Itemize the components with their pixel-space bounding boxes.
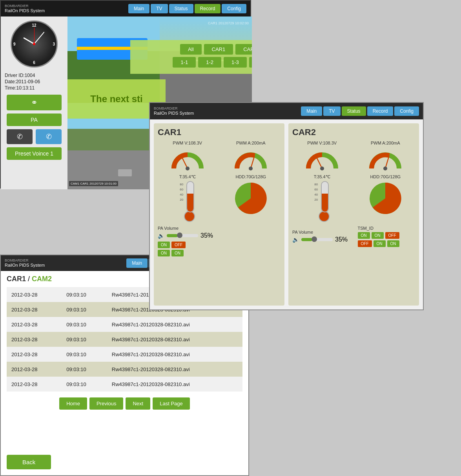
rec-time-7: 09:03:10 [62, 377, 107, 392]
car1-toggle-row-2: ON ON [158, 250, 281, 256]
car2-volume-bar[interactable] [301, 238, 333, 241]
car1-hdd: HDD:70G/128G [221, 174, 281, 222]
last-page-btn[interactable]: Last Page [153, 397, 190, 410]
rec-file-7: Rw43987c1-20120328-082310.avi [107, 377, 242, 392]
driver-id: Driver ID:1004 [5, 73, 64, 78]
phone-row: ✆ ✆ [7, 129, 62, 144]
car1-toggle-section: ON OFF ON ON [158, 242, 281, 256]
window-status: BOMBARDIER RailOn PIDS System Main TV St… [149, 102, 424, 310]
car2-hdd: HDD:70G/128G [356, 174, 415, 222]
cam-filter-row-2: 1-1 1-2 1-3 1-4 [134, 57, 252, 68]
car1-toggle-off-1[interactable]: OFF [171, 242, 186, 248]
tsm-id-label: TSM_ID [358, 226, 415, 231]
car2-gauge-row: PWM V:108.3V PWM A:200mA [292, 141, 415, 170]
rec-time-3: 09:03:10 [62, 317, 107, 332]
phone-btn-blue[interactable]: ✆ [36, 129, 62, 144]
preset-voice-btn[interactable]: Preset Voince 1 [7, 147, 62, 160]
car2-title: CAR2 [292, 127, 415, 137]
tsm-on-1[interactable]: ON [358, 232, 370, 239]
rec-file-4: Rw43987c1-20120328-082310.avi [107, 332, 242, 347]
header-bar-2: BOMBARDIER RailOn PIDS System Main TV St… [150, 103, 423, 119]
car2-thermo-bulb [319, 211, 330, 222]
table-row[interactable]: 2012-03-28 09:03:10 Rw43987c1-20120328-0… [7, 317, 242, 332]
brand-2: BOMBARDIER RailOn PIDS System [154, 106, 194, 116]
svg-point-1 [186, 167, 190, 170]
car2-volume-icon: 🔈 [292, 236, 299, 243]
car2-volume-fill [301, 238, 312, 241]
pa-volume-label: PA Volume [158, 226, 281, 231]
tsm-id-group: TSM_ID ON ON OFF OFF ON ON [358, 226, 415, 247]
nav3-main-btn[interactable]: Main [126, 258, 148, 268]
clock-face: 12 3 6 9 [12, 22, 56, 66]
cam-btn-14[interactable]: 1-4 [249, 57, 252, 68]
car1-gauge-row-2: T:35.4℃ 80604020 [158, 174, 281, 222]
cam-btn-13[interactable]: 1-3 [224, 57, 247, 68]
tsm-off-2[interactable]: OFF [358, 240, 372, 247]
table-row[interactable]: 2012-03-28 09:03:10 Rw43987c1-20120328-0… [7, 332, 242, 347]
car2-pa-volume-label: PA Volume [292, 230, 350, 234]
nav2-tv-btn[interactable]: TV [323, 106, 340, 116]
next-btn[interactable]: Next [126, 397, 150, 410]
home-btn[interactable]: Home [59, 397, 87, 410]
pa-btn[interactable]: PA [7, 114, 62, 126]
driver-date: Date:2011-09-06 [5, 79, 64, 84]
previous-btn[interactable]: Previous [89, 397, 124, 410]
car2-pa-group: PA Volume 🔈 35% [292, 230, 350, 243]
cam-btn-12[interactable]: 1-2 [198, 57, 221, 68]
nav2-main-btn[interactable]: Main [301, 106, 322, 116]
nav2-status-btn[interactable]: Status [342, 106, 366, 116]
cam-filter-row-1: All CAR1 CAR2 [134, 44, 252, 55]
nav2-record-btn[interactable]: Record [367, 106, 394, 116]
car1-toggle-on-2[interactable]: ON [158, 250, 170, 256]
brand: BOMBARDIER RailOn PIDS System [5, 4, 45, 13]
nav-record-btn[interactable]: Record [195, 4, 221, 13]
nav-status-btn[interactable]: Status [169, 4, 193, 13]
nav2-config-btn[interactable]: Config [394, 106, 419, 116]
car1-pwm-a: PWM A:200mA [221, 141, 281, 170]
volume-pct: 35% [200, 232, 213, 239]
svg-line-0 [182, 157, 188, 168]
pa-volume-group: PA Volume 🔈 35% [158, 226, 281, 239]
table-row[interactable]: 2012-03-28 09:03:10 Rw43987c1-20120328-0… [7, 347, 242, 362]
car1-panel: CAR1 PWM V:108.3V PWM A:200mA [154, 123, 284, 306]
filter-car1-btn[interactable]: CAR1 [204, 44, 233, 55]
thermo-tube [186, 181, 194, 212]
clock-num-9: 9 [13, 42, 16, 46]
table-row[interactable]: 2012-03-28 09:03:10 Rw43987c1-20120328-0… [7, 362, 242, 377]
bluetooth-btn[interactable]: ⚭ [7, 95, 62, 110]
tsm-on-3[interactable]: ON [374, 240, 386, 247]
driver-info: Driver ID:1004 Date:2011-09-06 Time:10:1… [5, 73, 64, 92]
car1-gauge-row: PWM V:108.3V PWM A:200mA [158, 141, 281, 170]
tsm-on-4[interactable]: ON [387, 240, 399, 247]
header-bar-1: BOMBARDIER RailOn PIDS System Main TV St… [1, 1, 250, 16]
car1-toggle-on-3[interactable]: ON [171, 250, 184, 256]
svg-line-5 [316, 157, 322, 168]
volume-bar[interactable] [167, 234, 198, 237]
tsm-on-2[interactable]: ON [372, 232, 384, 239]
car2-volume-row: 🔈 35% [292, 236, 350, 243]
nav-config-btn[interactable]: Config [222, 4, 246, 13]
rec-date-1: 2012-03-28 [7, 287, 62, 302]
volume-row: 🔈 35% [158, 232, 281, 239]
phone-btn-dark[interactable]: ✆ [7, 129, 33, 144]
back-btn[interactable]: Back [7, 455, 51, 469]
car1-thermometer: 80604020 [158, 181, 217, 222]
car2-gauge-row-2: T:35.4℃ 80604020 [292, 174, 415, 222]
cam-btn-11[interactable]: 1-1 [173, 57, 196, 68]
tsm-off-1[interactable]: OFF [385, 232, 399, 239]
nav-main-btn[interactable]: Main [128, 4, 149, 13]
filter-car2-btn[interactable]: CAR2 [235, 44, 252, 55]
nav-tv-btn[interactable]: TV [151, 4, 168, 13]
car2-panel: CAR2 PWM V:108.3V PWM A:200mA [288, 123, 419, 306]
car2-thermometer: 80604020 [292, 181, 352, 222]
svg-point-6 [320, 167, 324, 170]
table-row[interactable]: 2012-03-28 09:03:10 Rw43987c1-20120328-0… [7, 377, 242, 392]
car1-title: CAR1 [158, 127, 281, 137]
rec-time-4: 09:03:10 [62, 332, 107, 347]
filter-all-btn[interactable]: All [180, 44, 201, 55]
thermo-bulb [184, 211, 195, 222]
car1-temp-label: T:35.4℃ [158, 174, 217, 179]
car1-toggle-on-1[interactable]: ON [158, 242, 170, 248]
rec-date-5: 2012-03-28 [7, 347, 62, 362]
car2-pwm-a-label: PWM A:200mA [356, 141, 415, 145]
